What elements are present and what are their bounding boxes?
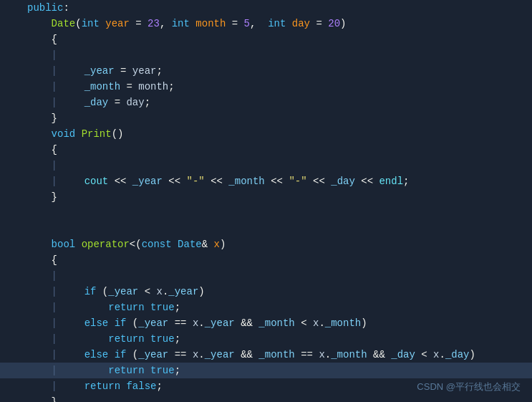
code-line: | if (_year < x._year) xyxy=(0,284,532,300)
code-line-highlighted: | return true; xyxy=(0,363,532,378)
code-content: | xyxy=(27,47,60,63)
code-container: public: Date(int year = 23, int month = … xyxy=(0,0,532,402)
code-content: | return true; xyxy=(27,363,180,378)
code-line xyxy=(0,221,532,236)
code-line: Date(int year = 23, int month = 5, int d… xyxy=(0,16,532,32)
code-content: | xyxy=(27,268,60,284)
code-content: | return true; xyxy=(27,300,180,315)
code-content: | return false; xyxy=(27,378,163,394)
code-line: | _day = day; xyxy=(0,95,532,110)
code-line: bool operator<(const Date& x) xyxy=(0,236,532,252)
code-content: Date(int year = 23, int month = 5, int d… xyxy=(27,16,346,32)
code-content: } xyxy=(27,189,57,205)
code-line: | cout << _year << "-" << _month << "-" … xyxy=(0,173,532,189)
code-line: | _year = year; xyxy=(0,63,532,79)
code-content: | _year = year; xyxy=(27,63,163,79)
code-content: | if (_year < x._year) xyxy=(27,284,205,300)
code-line: | else if (_year == x._year && _month ==… xyxy=(0,347,532,363)
code-line: void Print() xyxy=(0,126,532,142)
code-content: | cout << _year << "-" << _month << "-" … xyxy=(27,173,409,189)
code-line: { xyxy=(0,142,532,158)
code-content: | else if (_year == x._year && _month < … xyxy=(27,315,367,331)
code-line: | xyxy=(0,47,532,63)
code-line: } xyxy=(0,394,532,402)
code-content: } xyxy=(27,110,57,126)
code-content: bool operator<(const Date& x) xyxy=(27,236,226,252)
code-line: } xyxy=(0,189,532,205)
code-content: { xyxy=(27,142,57,158)
code-content: | xyxy=(27,158,60,173)
code-content: | else if (_year == x._year && _month ==… xyxy=(27,347,475,363)
code-content: | return true; xyxy=(27,331,180,347)
code-line: | else if (_year == x._year && _month < … xyxy=(0,315,532,331)
code-content: public: xyxy=(27,0,69,16)
code-line xyxy=(0,205,532,221)
code-line: | return true; xyxy=(0,331,532,347)
code-content: void Print() xyxy=(27,126,123,142)
code-content: { xyxy=(27,252,57,268)
code-content: { xyxy=(27,32,57,47)
watermark: CSDN @平行线也会相交 xyxy=(417,381,521,393)
code-line: } xyxy=(0,110,532,126)
code-line: public: xyxy=(0,0,532,16)
code-content: | _day = day; xyxy=(27,95,150,110)
code-line: { xyxy=(0,32,532,47)
code-line: | return true; xyxy=(0,300,532,315)
code-line: | xyxy=(0,268,532,284)
code-line: | xyxy=(0,158,532,173)
code-content: | _month = month; xyxy=(27,79,175,95)
code-line: { xyxy=(0,252,532,268)
code-content: } xyxy=(27,394,57,402)
code-line: | _month = month; xyxy=(0,79,532,95)
